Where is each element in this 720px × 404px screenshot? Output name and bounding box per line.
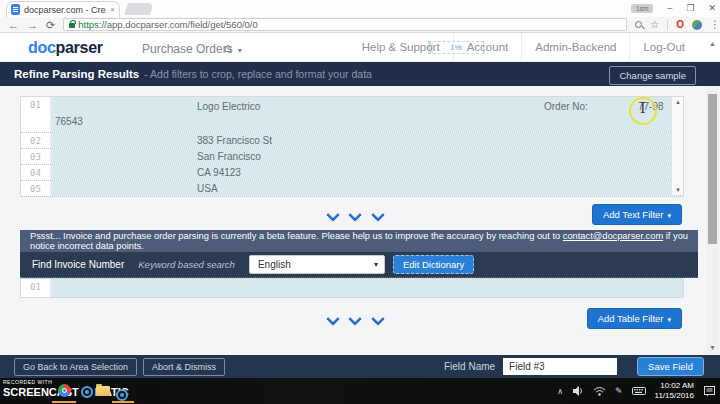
beta-notice: Pssst... Invoice and purchase order pars… [20,230,698,252]
purchase-orders-label: Purchase Orders [142,42,233,56]
page-scrollbar[interactable] [706,86,719,355]
abort-dismiss-button[interactable]: Abort & Dismiss [143,358,225,376]
browser-tab[interactable]: docparser.com - Create F × [6,1,120,17]
reload-icon[interactable]: ⟳ [46,18,55,32]
chevron-down-icon [348,208,362,222]
opera-extension-icon[interactable]: O [676,19,684,30]
logo-parser: parser [56,39,103,56]
add-text-filter-button[interactable]: Add Text Filter▾ [592,204,682,225]
clock-time: 10:02 AM [655,381,694,391]
chevron-down-icon [371,312,385,326]
tray-expand-icon[interactable]: ∧ [557,387,563,396]
chevron-down-icon: ▾ [667,316,671,323]
page-subtitle: - Add filters to crop, replace and forma… [144,68,372,80]
forward-icon[interactable]: → [27,18,38,32]
chevron-down-icon: ▾ [667,212,671,219]
field-name-input[interactable] [503,358,617,375]
chevron-down-icon [326,312,340,326]
go-back-button[interactable]: Go Back to Area Selection [14,358,137,376]
close-icon[interactable]: ✕ [708,3,716,13]
speaker-icon[interactable] [572,385,584,397]
keyword-search-bar: Find Invoice Number Keyword based search… [20,252,698,278]
back-icon[interactable]: ← [8,18,19,32]
docparser-logo[interactable]: docparser [28,39,103,57]
screen: docparser.com - Create F × 1sm – ❐ ✕ ← →… [0,0,720,404]
add-table-filter-button[interactable]: Add Table Filter▾ [587,308,682,329]
keyword-hint: Keyword based search [138,259,235,270]
search-icon[interactable] [635,21,642,28]
table-preview: 01 [20,278,684,298]
scrollbar-thumb[interactable] [708,94,717,244]
divider [667,20,668,30]
line-number: 01 [21,279,51,297]
scroll-down-icon[interactable]: ▼ [672,187,684,193]
doc-line-5[interactable]: 05 USA [21,181,683,197]
doc-scrollbar[interactable]: ▲ ▼ [671,97,683,195]
extension-globe-icon[interactable] [692,20,702,30]
toolbar-icons: ☆ O ⋮ [635,19,720,30]
change-sample-button[interactable]: Change sample [609,66,696,85]
touch-keyboard-icon[interactable] [632,386,646,396]
pen-icon[interactable]: ✎ [615,386,623,396]
screencast-app-icon[interactable] [116,383,128,401]
doc-text: CA 94123 [197,167,241,178]
field-name-label: Field Name [444,361,495,372]
save-field-button[interactable]: Save Field [637,357,704,376]
address-bar[interactable]: https://app.docparser.com/field/get/560/… [63,18,627,31]
browser-toolbar: ← → ⟳ https://app.docparser.com/field/ge… [0,17,720,33]
app-header: docparser Purchase Orders▾ ⌂ 1% Help & S… [0,33,720,62]
text-filter-row: Add Text Filter▾ [0,202,720,224]
home-icon[interactable]: ⌂ [224,40,232,55]
nav-admin-backend[interactable]: Admin-Backend [521,33,629,61]
doc-line-2[interactable]: 02 383 Francisco St [21,133,683,149]
line-number: 03 [21,149,51,164]
line-number: 04 [21,165,51,180]
doc-line-3[interactable]: 03 San Francisco [21,149,683,165]
network-wifi-icon[interactable] [593,385,606,397]
doc-line-4[interactable]: 04 CA 94123 [21,165,683,181]
tab-title: docparser.com - Create F [24,5,106,15]
line-number: 01 [21,97,51,132]
chrome-taskbar-icon[interactable] [58,384,71,397]
doc-line-content: USA [51,181,683,196]
action-center-icon[interactable] [703,385,716,397]
page-scroll-down-icon[interactable]: ▼ [707,344,718,351]
table-line-content [51,279,683,297]
file-explorer-icon[interactable] [96,386,110,396]
browser-menu-icon[interactable]: ⋮ [710,19,720,30]
taskbar-clock[interactable]: 10:02 AM 11/15/2016 [655,381,694,401]
scroll-up-icon[interactable]: ▲ [672,99,684,105]
text-cursor-icon: I [640,100,646,116]
nav-help-support[interactable]: Help & Support [349,33,453,61]
doc-line-content: 383 Francisco St [51,133,683,148]
beta-text-before: Pssst... Invoice and purchase order pars… [30,231,563,241]
new-tab-button[interactable] [124,3,154,15]
doc-line-content: San Francisco [51,149,683,164]
doc-text: 383 Francisco St [197,135,272,146]
edit-dictionary-button[interactable]: Edit Dictionary [393,255,474,274]
doc-text-wrap: 76543 [55,116,83,127]
table-line-1[interactable]: 01 [21,279,683,297]
language-select[interactable]: English▾ [249,255,385,274]
bookmark-star-icon[interactable]: ☆ [650,19,659,30]
active-app-indicator [112,401,134,403]
nav-log-out[interactable]: Log-Out [629,33,698,61]
contact-link[interactable]: contact@docparser.com [563,231,663,241]
chevron-down-icon [371,208,385,222]
chevron-down-icon: ▾ [374,256,378,274]
url-text: https://app.docparser.com/field/get/560/… [78,19,258,30]
maximize-icon[interactable]: ❐ [686,3,694,13]
active-app-indicator [52,401,76,403]
screencast-o-icon [81,386,93,398]
footer-bar: Go Back to Area Selection Abort & Dismis… [0,355,720,378]
nav-account[interactable]: Account [453,33,522,61]
tab-close-icon[interactable]: × [110,5,115,14]
find-invoice-label: Find Invoice Number [32,259,124,270]
doc-line-content: Logo Electrico Order No: 77-98 76543 I [51,97,683,132]
doc-line-content: CA 94123 [51,165,683,180]
doc-line-1[interactable]: 01 Logo Electrico Order No: 77-98 76543 … [21,97,683,133]
minimize-icon[interactable]: – [667,3,672,13]
flow-chevrons [324,310,387,328]
document-preview: 01 Logo Electrico Order No: 77-98 76543 … [20,96,684,196]
page-scroll-up-icon[interactable]: ▲ [707,40,718,47]
